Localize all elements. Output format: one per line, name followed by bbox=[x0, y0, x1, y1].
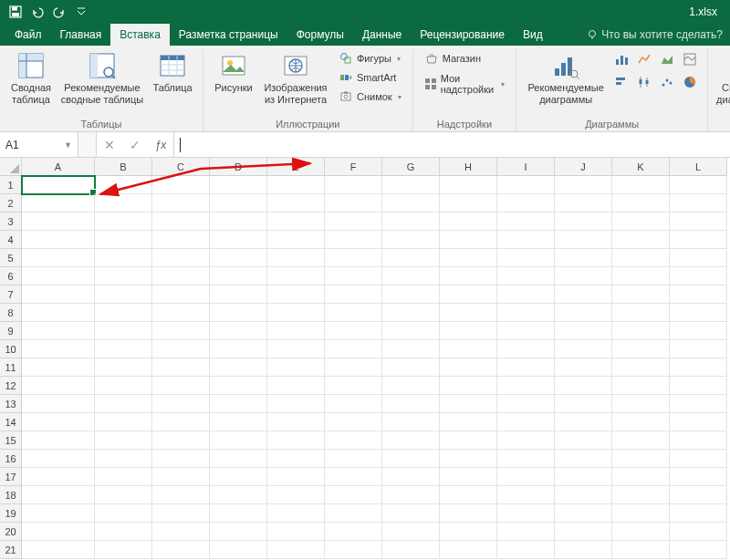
cell[interactable] bbox=[555, 267, 612, 285]
row-header[interactable]: 17 bbox=[0, 468, 22, 486]
cell[interactable] bbox=[497, 431, 555, 450]
cell[interactable] bbox=[382, 486, 440, 504]
cell[interactable] bbox=[440, 176, 497, 194]
tab-review[interactable]: Рецензирование bbox=[411, 24, 514, 46]
cell[interactable] bbox=[325, 468, 382, 486]
cell[interactable] bbox=[440, 377, 497, 395]
formula-input[interactable] bbox=[174, 132, 730, 157]
cell[interactable] bbox=[440, 358, 497, 377]
cell[interactable] bbox=[152, 304, 210, 322]
scatter-chart-button[interactable] bbox=[657, 72, 677, 92]
cell[interactable] bbox=[210, 285, 267, 304]
map-chart-button[interactable] bbox=[680, 49, 700, 69]
cell[interactable] bbox=[612, 377, 670, 395]
stock-chart-button[interactable] bbox=[634, 72, 654, 92]
cell[interactable] bbox=[555, 450, 612, 468]
cell[interactable] bbox=[382, 504, 440, 523]
row-header[interactable]: 3 bbox=[0, 213, 22, 231]
cell[interactable] bbox=[382, 340, 440, 358]
cell[interactable] bbox=[555, 285, 612, 304]
tab-formulas[interactable]: Формулы bbox=[287, 24, 353, 46]
cell[interactable] bbox=[440, 504, 497, 523]
cell[interactable] bbox=[440, 340, 497, 358]
cell[interactable] bbox=[555, 504, 612, 523]
cell[interactable] bbox=[382, 213, 440, 231]
cell[interactable] bbox=[382, 285, 440, 304]
cell[interactable] bbox=[267, 358, 325, 377]
cell[interactable] bbox=[210, 450, 267, 468]
cell[interactable] bbox=[210, 249, 267, 267]
column-header[interactable]: G bbox=[382, 158, 440, 176]
cell[interactable] bbox=[22, 413, 95, 431]
cell[interactable] bbox=[440, 322, 497, 340]
cell[interactable] bbox=[267, 176, 325, 194]
cell[interactable] bbox=[497, 541, 555, 559]
cell[interactable] bbox=[95, 267, 152, 285]
cell[interactable] bbox=[497, 194, 555, 213]
cell[interactable] bbox=[95, 231, 152, 249]
cell[interactable] bbox=[210, 431, 267, 450]
table-button[interactable]: Таблица bbox=[150, 49, 195, 94]
cell[interactable] bbox=[497, 486, 555, 504]
cell[interactable] bbox=[95, 304, 152, 322]
cell[interactable] bbox=[612, 285, 670, 304]
cell[interactable] bbox=[210, 413, 267, 431]
cell[interactable] bbox=[152, 194, 210, 213]
cell[interactable] bbox=[22, 541, 95, 559]
cell[interactable] bbox=[152, 231, 210, 249]
screenshot-button[interactable]: Снимок▾ bbox=[335, 88, 405, 106]
column-header[interactable]: B bbox=[95, 158, 152, 176]
save-button[interactable] bbox=[5, 3, 26, 21]
cell[interactable] bbox=[95, 285, 152, 304]
cell[interactable] bbox=[440, 450, 497, 468]
cell[interactable] bbox=[670, 541, 727, 559]
cell[interactable] bbox=[440, 468, 497, 486]
cell[interactable] bbox=[555, 304, 612, 322]
cell[interactable] bbox=[440, 249, 497, 267]
row-header[interactable]: 7 bbox=[0, 285, 22, 304]
cell[interactable] bbox=[670, 431, 727, 450]
cell[interactable] bbox=[670, 176, 727, 194]
cell[interactable] bbox=[382, 194, 440, 213]
row-header[interactable]: 2 bbox=[0, 194, 22, 213]
cell[interactable] bbox=[440, 395, 497, 413]
cell[interactable] bbox=[152, 450, 210, 468]
cell[interactable] bbox=[152, 213, 210, 231]
cell[interactable] bbox=[382, 176, 440, 194]
cell[interactable] bbox=[612, 431, 670, 450]
cell[interactable] bbox=[267, 395, 325, 413]
cell[interactable] bbox=[22, 322, 95, 340]
cell[interactable] bbox=[267, 285, 325, 304]
cell[interactable] bbox=[497, 176, 555, 194]
cell[interactable] bbox=[612, 395, 670, 413]
cell[interactable] bbox=[152, 395, 210, 413]
cell[interactable] bbox=[325, 450, 382, 468]
cell[interactable] bbox=[95, 176, 152, 194]
cell[interactable] bbox=[555, 431, 612, 450]
cell[interactable] bbox=[22, 176, 95, 194]
cell[interactable] bbox=[267, 431, 325, 450]
cell[interactable] bbox=[210, 358, 267, 377]
cell[interactable] bbox=[267, 322, 325, 340]
undo-button[interactable] bbox=[27, 3, 47, 21]
cell[interactable] bbox=[670, 267, 727, 285]
cell[interactable] bbox=[22, 377, 95, 395]
cell[interactable] bbox=[325, 176, 382, 194]
online-pictures-button[interactable]: Изображения из Интернета bbox=[260, 49, 331, 105]
cell[interactable] bbox=[95, 413, 152, 431]
cell[interactable] bbox=[555, 322, 612, 340]
cell[interactable] bbox=[325, 231, 382, 249]
cell[interactable] bbox=[22, 285, 95, 304]
cell[interactable] bbox=[152, 413, 210, 431]
cell[interactable] bbox=[440, 231, 497, 249]
cell[interactable] bbox=[325, 541, 382, 559]
cell[interactable] bbox=[612, 231, 670, 249]
cell[interactable] bbox=[670, 194, 727, 213]
cell[interactable] bbox=[267, 304, 325, 322]
cell[interactable] bbox=[670, 468, 727, 486]
column-header[interactable]: L bbox=[670, 158, 727, 176]
row-header[interactable]: 9 bbox=[0, 322, 22, 340]
cell[interactable] bbox=[555, 486, 612, 504]
cell[interactable] bbox=[210, 340, 267, 358]
cell[interactable] bbox=[22, 213, 95, 231]
